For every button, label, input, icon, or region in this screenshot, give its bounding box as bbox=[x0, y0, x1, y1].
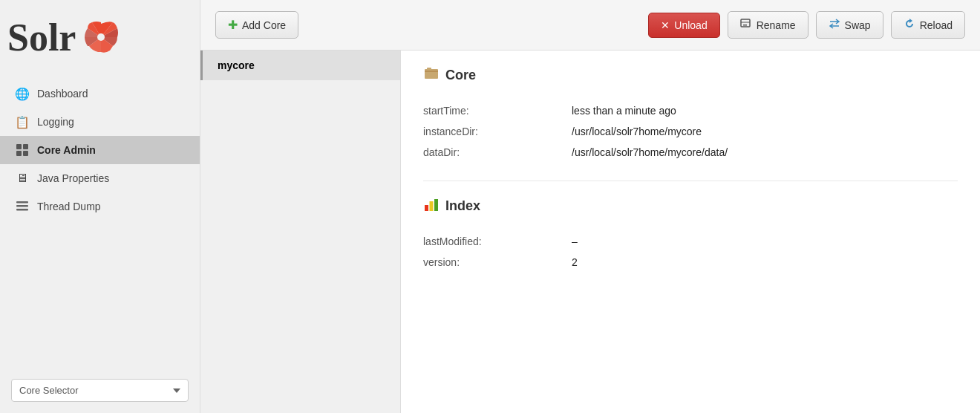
index-section-icon bbox=[423, 196, 440, 216]
instancedir-value: /usr/local/solr7home/mycore bbox=[572, 126, 958, 137]
svg-point-0 bbox=[97, 33, 105, 41]
solr-fan-icon bbox=[77, 15, 123, 61]
add-core-label: Add Core bbox=[242, 19, 286, 31]
sidebar-item-logging[interactable]: 📋 Logging bbox=[0, 108, 200, 136]
reload-button[interactable]: Reload bbox=[891, 11, 965, 39]
core-selector[interactable]: Core Selector bbox=[11, 379, 189, 402]
main-content: ✚ Add Core ✕ Unload Rename bbox=[200, 0, 980, 413]
starttime-label: startTime: bbox=[423, 105, 572, 117]
sidebar-item-label: Java Properties bbox=[37, 172, 109, 184]
java-properties-icon: 🖥 bbox=[15, 171, 30, 186]
detail-panel: Core startTime: less than a minute ago i… bbox=[401, 51, 980, 413]
solr-text: Solr bbox=[7, 19, 76, 57]
reload-label: Reload bbox=[920, 19, 953, 31]
svg-rect-13 bbox=[427, 68, 431, 70]
logo-area: Solr bbox=[0, 7, 200, 76]
swap-icon bbox=[829, 18, 840, 32]
nav-menu: 🌐 Dashboard 📋 Logging Core Admin 🖥 Java … bbox=[0, 79, 200, 221]
starttime-value: less than a minute ago bbox=[572, 105, 958, 117]
svg-rect-3 bbox=[16, 151, 22, 156]
section-divider bbox=[423, 181, 958, 181]
add-core-button[interactable]: ✚ Add Core bbox=[215, 11, 298, 39]
svg-rect-5 bbox=[16, 201, 28, 204]
svg-rect-1 bbox=[16, 144, 22, 149]
svg-rect-11 bbox=[425, 69, 438, 79]
svg-rect-14 bbox=[425, 205, 428, 211]
core-section-header: Core bbox=[423, 65, 958, 91]
list-icon bbox=[16, 200, 29, 213]
x-icon: ✕ bbox=[661, 19, 670, 31]
sidebar-item-thread-dump[interactable]: Thread Dump bbox=[0, 192, 200, 221]
datadir-value: /usr/local/solr7home/mycore/data/ bbox=[572, 146, 958, 158]
svg-rect-12 bbox=[425, 71, 438, 72]
core-admin-icon bbox=[15, 143, 30, 157]
rename-icon bbox=[740, 18, 752, 32]
sidebar-item-label: Core Admin bbox=[37, 144, 96, 156]
lastmodified-value: – bbox=[572, 235, 958, 247]
svg-rect-10 bbox=[743, 25, 747, 26]
svg-rect-6 bbox=[16, 205, 28, 207]
swap-label: Swap bbox=[845, 19, 871, 31]
sidebar-item-dashboard[interactable]: 🌐 Dashboard bbox=[0, 79, 200, 108]
version-label: version: bbox=[423, 256, 572, 268]
sidebar-item-label: Dashboard bbox=[37, 88, 88, 100]
svg-rect-16 bbox=[434, 199, 438, 211]
toolbar: ✚ Add Core ✕ Unload Rename bbox=[200, 0, 980, 51]
lastmodified-label: lastModified: bbox=[423, 235, 572, 247]
logging-icon: 📋 bbox=[15, 114, 30, 129]
sidebar-item-java-properties[interactable]: 🖥 Java Properties bbox=[0, 164, 200, 192]
core-info-table: startTime: less than a minute ago instan… bbox=[423, 105, 958, 158]
svg-rect-2 bbox=[23, 144, 28, 149]
svg-rect-4 bbox=[23, 151, 28, 156]
version-value: 2 bbox=[572, 256, 958, 268]
layout-body: mycore Core startTime: less than a bbox=[200, 51, 980, 413]
rename-label: Rename bbox=[757, 19, 796, 31]
core-selector-area: Core Selector bbox=[0, 370, 200, 413]
index-info-table: lastModified: – version: 2 bbox=[423, 235, 958, 268]
svg-rect-15 bbox=[430, 201, 434, 211]
sidebar-item-label: Logging bbox=[37, 116, 74, 128]
core-section-icon bbox=[423, 65, 440, 85]
datadir-label: dataDir: bbox=[423, 146, 572, 158]
core-section-title: Core bbox=[445, 68, 476, 83]
core-list-item[interactable]: mycore bbox=[200, 51, 400, 80]
plus-icon: ✚ bbox=[228, 18, 238, 32]
svg-rect-7 bbox=[16, 209, 28, 211]
index-section-header: Index bbox=[423, 196, 958, 222]
cores-panel: mycore bbox=[200, 51, 401, 413]
swap-button[interactable]: Swap bbox=[816, 11, 883, 39]
rename-button[interactable]: Rename bbox=[728, 11, 808, 39]
thread-dump-icon bbox=[15, 199, 30, 214]
instancedir-label: instanceDir: bbox=[423, 126, 572, 137]
dashboard-icon: 🌐 bbox=[15, 86, 30, 101]
unload-label: Unload bbox=[674, 19, 707, 31]
grid-icon bbox=[16, 143, 29, 157]
sidebar-item-core-admin[interactable]: Core Admin bbox=[0, 136, 200, 164]
sidebar-item-label: Thread Dump bbox=[37, 201, 101, 212]
solr-logo: Solr bbox=[7, 15, 123, 61]
index-section-title: Index bbox=[445, 198, 480, 214]
unload-button[interactable]: ✕ Unload bbox=[648, 13, 719, 38]
sidebar: Solr bbox=[0, 0, 200, 413]
reload-icon bbox=[904, 18, 915, 32]
